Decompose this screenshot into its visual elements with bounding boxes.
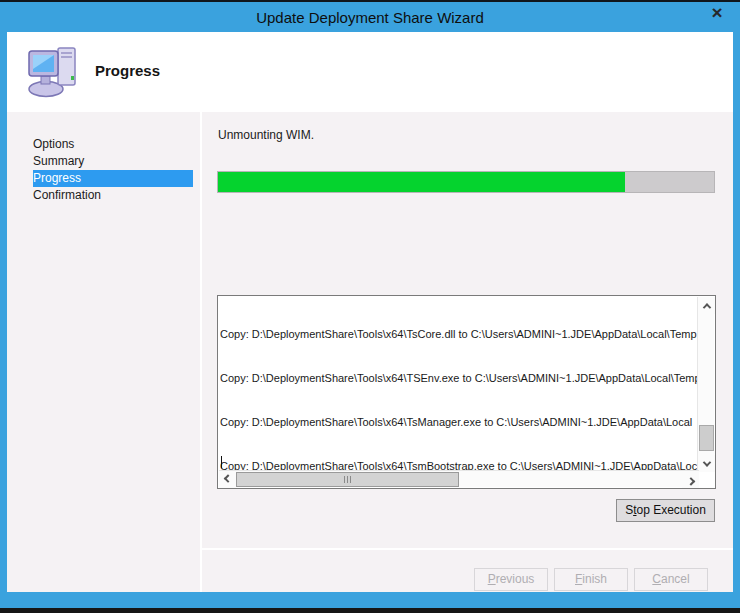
log-line: Copy: D:\DeploymentShare\Tools\x64\TsMan…	[220, 415, 697, 430]
scroll-right-icon[interactable]	[682, 471, 699, 488]
log-line: Copy: D:\DeploymentShare\Tools\x64\TsCor…	[220, 327, 697, 342]
finish-button[interactable]: Finish	[554, 568, 628, 591]
cancel-button[interactable]: Cancel	[634, 568, 708, 591]
vertical-scroll-thumb[interactable]	[699, 425, 714, 451]
log-line: Copy: D:\DeploymentShare\Tools\x64\TSEnv…	[220, 371, 697, 386]
wizard-window: Update Deployment Share Wizard × Progres…	[0, 0, 740, 613]
scroll-up-icon[interactable]	[698, 297, 715, 314]
progress-bar	[217, 171, 715, 193]
page-title: Progress	[95, 62, 160, 79]
sidebar-item-options: Options	[33, 136, 193, 153]
close-icon[interactable]: ×	[706, 1, 728, 25]
status-text: Unmounting WIM.	[218, 128, 314, 142]
window-bottom-edge	[0, 608, 740, 613]
sidebar-item-confirmation: Confirmation	[33, 187, 193, 204]
computer-icon	[27, 43, 83, 99]
previous-button[interactable]: Previous	[474, 568, 548, 591]
wizard-header: Progress	[7, 32, 733, 112]
scroll-left-icon[interactable]	[219, 471, 236, 488]
stop-execution-button[interactable]: Stop Execution	[616, 499, 715, 522]
text-caret	[221, 456, 222, 468]
wizard-steps-sidebar: Options Summary Progress Confirmation	[33, 136, 193, 204]
horizontal-scroll-thumb[interactable]	[236, 472, 459, 487]
log-box: Copy: D:\DeploymentShare\Tools\x64\TsCor…	[217, 295, 716, 489]
sidebar-item-summary: Summary	[33, 153, 193, 170]
wizard-body: Options Summary Progress Confirmation Un…	[7, 112, 733, 592]
log-line: Copy: D:\DeploymentShare\Tools\x64\TsmBo…	[220, 459, 697, 470]
sidebar-divider	[200, 112, 202, 592]
titlebar[interactable]: Update Deployment Share Wizard	[0, 2, 740, 32]
horizontal-scrollbar[interactable]	[219, 470, 699, 487]
log-output[interactable]: Copy: D:\DeploymentShare\Tools\x64\TsCor…	[220, 298, 697, 470]
footer-separator	[202, 548, 733, 550]
scroll-down-icon[interactable]	[698, 455, 715, 472]
window-title: Update Deployment Share Wizard	[256, 9, 484, 26]
sidebar-item-progress: Progress	[33, 170, 193, 187]
progress-fill	[218, 172, 625, 192]
vertical-scrollbar[interactable]	[697, 297, 714, 472]
